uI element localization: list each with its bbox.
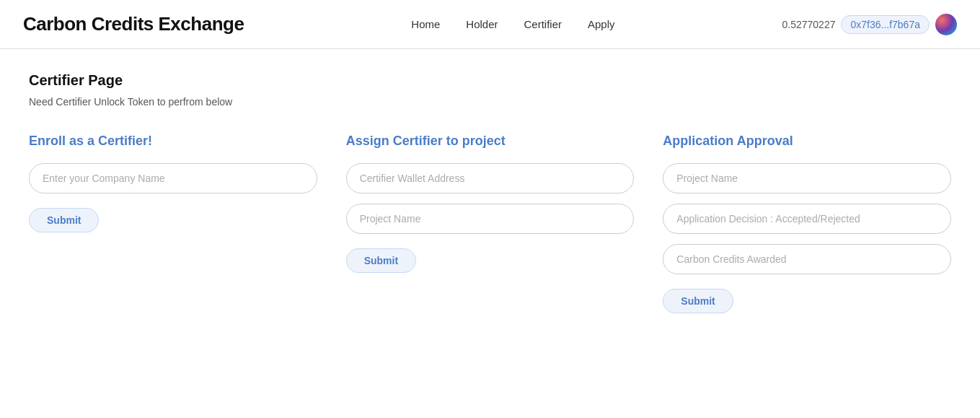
nav-apply[interactable]: Apply xyxy=(588,18,615,30)
company-name-input[interactable] xyxy=(29,163,317,193)
page-subtitle: Need Certifier Unlock Token to perfrom b… xyxy=(29,96,951,108)
wallet-balance: 0.52770227 xyxy=(782,19,835,30)
assign-project-name-input[interactable] xyxy=(346,204,635,234)
main-content: Certifier Page Need Certifier Unlock Tok… xyxy=(0,49,980,336)
assign-title: Assign Certifier to project xyxy=(346,134,635,149)
app-decision-input[interactable] xyxy=(663,204,951,234)
page-title: Certifier Page xyxy=(29,72,951,89)
approval-form: Submit xyxy=(663,163,951,313)
enroll-form: Submit xyxy=(29,163,317,232)
certifier-wallet-input[interactable] xyxy=(346,163,635,193)
app-logo: Carbon Credits Exchange xyxy=(23,13,244,35)
wallet-area: 0.52770227 0x7f36...f7b67a xyxy=(782,14,957,35)
header: Carbon Credits Exchange Home Holder Cert… xyxy=(0,0,980,49)
approval-section: Application Approval Submit xyxy=(663,134,951,313)
nav-home[interactable]: Home xyxy=(411,18,440,30)
assign-submit-button[interactable]: Submit xyxy=(346,248,416,273)
enroll-section: Enroll as a Certifier! Submit xyxy=(29,134,317,313)
approval-title: Application Approval xyxy=(663,134,951,149)
approval-submit-button[interactable]: Submit xyxy=(663,289,733,313)
wallet-address[interactable]: 0x7f36...f7b67a xyxy=(841,15,930,34)
credits-awarded-input[interactable] xyxy=(663,244,951,274)
approval-project-name-input[interactable] xyxy=(663,163,951,193)
enroll-title: Enroll as a Certifier! xyxy=(29,134,317,149)
sections-grid: Enroll as a Certifier! Submit Assign Cer… xyxy=(29,134,951,313)
wallet-avatar xyxy=(935,14,957,35)
assign-form: Submit xyxy=(346,163,635,273)
main-nav: Home Holder Certifier Apply xyxy=(411,18,614,30)
nav-holder[interactable]: Holder xyxy=(466,18,498,30)
enroll-submit-button[interactable]: Submit xyxy=(29,208,99,232)
nav-certifier[interactable]: Certifier xyxy=(524,18,562,30)
assign-section: Assign Certifier to project Submit xyxy=(346,134,635,313)
